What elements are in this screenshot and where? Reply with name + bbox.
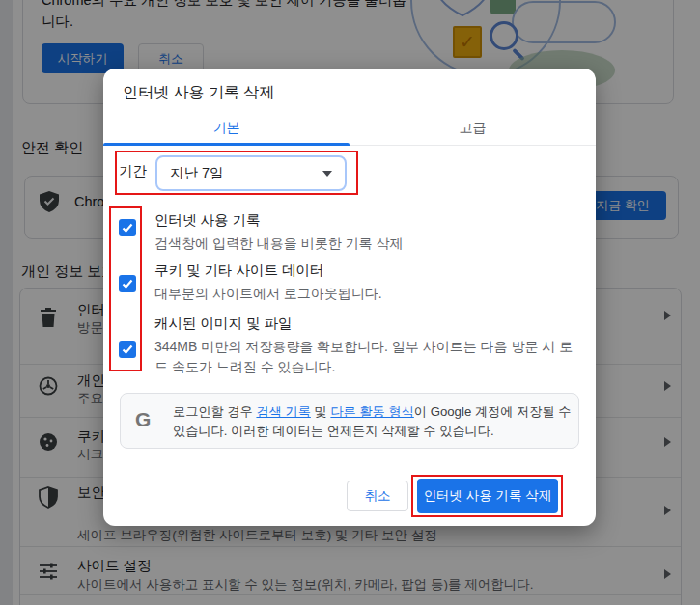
dropdown-arrow-icon <box>322 171 332 177</box>
check-icon <box>121 221 134 234</box>
other-activity-link[interactable]: 다른 활동 형식 <box>330 404 413 419</box>
tab-advanced[interactable]: 고급 <box>350 111 596 146</box>
checkbox-cookies[interactable] <box>119 275 136 292</box>
check-icon <box>121 277 134 290</box>
checkbox-cached-files[interactable] <box>119 341 136 358</box>
active-tab-underline <box>103 143 350 146</box>
checkbox-browsing-history[interactable] <box>119 219 136 236</box>
dialog-tabs: 기본 고급 <box>103 111 596 146</box>
google-account-note: G 로그인할 경우 검색 기록 및 다른 활동 형식이 Google 계정에 저… <box>120 393 579 449</box>
screen: Chrome의 주요 개인 정보 보호 및 보안 제어 기능을 둘러봅 니다. … <box>0 0 700 605</box>
dialog-title: 인터넷 사용 기록 삭제 <box>123 83 274 103</box>
checkbox-cached-files-label: 캐시된 이미지 및 파일 <box>154 315 293 333</box>
dialog-cancel-button[interactable]: 취소 <box>347 481 408 511</box>
checkbox-cached-files-description: 344MB 미만의 저장용량을 확보합니다. 일부 사이트는 다음 방문 시 로… <box>154 337 584 377</box>
checkbox-cookies-description: 대부분의 사이트에서 로그아웃됩니다. <box>154 284 584 304</box>
time-range-select[interactable]: 지난 7일 <box>155 155 347 191</box>
google-g-icon: G <box>135 408 151 431</box>
checkbox-cookies-label: 쿠키 및 기타 사이트 데이터 <box>154 261 324 280</box>
tab-basic[interactable]: 기본 <box>103 111 350 146</box>
time-range-label: 기간 <box>119 162 147 180</box>
clear-browsing-data-dialog: 인터넷 사용 기록 삭제 기본 고급 기간 지난 7일 인터넷 사용 기록 검색… <box>103 69 596 526</box>
checkbox-browsing-history-label: 인터넷 사용 기록 <box>154 211 261 230</box>
checkbox-browsing-history-description: 검색창에 입력한 내용을 비롯한 기록 삭제 <box>154 234 584 254</box>
note-text-part2: 및 <box>311 404 331 419</box>
search-history-link[interactable]: 검색 기록 <box>256 404 310 419</box>
check-icon <box>121 343 134 356</box>
time-range-value: 지난 7일 <box>170 164 224 182</box>
google-note-text: 로그인할 경우 검색 기록 및 다른 활동 형식이 Google 계정에 저장될… <box>173 402 573 441</box>
note-text-part1: 로그인할 경우 <box>173 404 256 419</box>
dialog-confirm-button[interactable]: 인터넷 사용 기록 삭제 <box>417 479 558 513</box>
